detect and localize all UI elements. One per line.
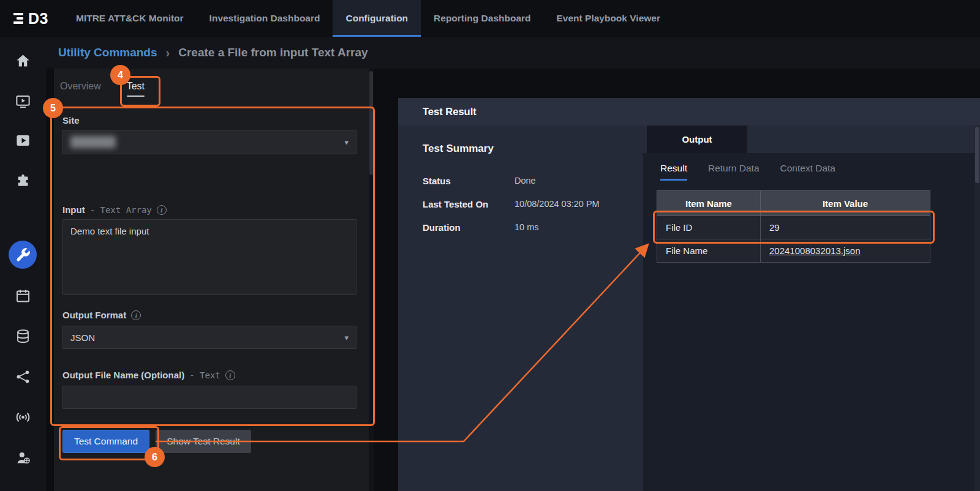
d3-logo-icon bbox=[13, 13, 23, 24]
sidebar-item-remote-user[interactable] bbox=[13, 448, 32, 467]
output-subtabs: Result Return Data Context Data bbox=[643, 153, 980, 181]
sidebar-item-broadcast[interactable] bbox=[13, 408, 32, 426]
annotation-step-5: 5 bbox=[43, 98, 63, 118]
sidebar-item-connections[interactable] bbox=[13, 367, 32, 386]
wrench-icon bbox=[15, 247, 31, 263]
subtab-context-data[interactable]: Context Data bbox=[780, 163, 835, 181]
nav-item-mitre-attack-monitor[interactable]: MITRE ATT&CK Monitor bbox=[63, 0, 197, 37]
duration-value: 10 ms bbox=[514, 222, 539, 233]
nav-item-configuration[interactable]: Configuration bbox=[333, 0, 421, 37]
chevron-down-icon bbox=[344, 138, 349, 147]
nav-item-investigation-dashboard[interactable]: Investigation Dashboard bbox=[197, 0, 333, 37]
subtab-result[interactable]: Result bbox=[660, 163, 687, 181]
sidebar-item-data[interactable] bbox=[13, 327, 32, 345]
output-tab-strip: Output bbox=[643, 126, 980, 153]
top-nav: D3 MITRE ATT&CK Monitor Investigation Da… bbox=[0, 0, 980, 37]
cell-file-name-value: 20241008032013.json bbox=[761, 239, 930, 263]
site-field-label: Site bbox=[62, 115, 80, 126]
test-summary-section: Test Summary Status Done Last Tested On … bbox=[398, 126, 643, 491]
result-table: Item Name Item Value File ID 29 File Nam… bbox=[657, 190, 930, 263]
app-root: D3 MITRE ATT&CK Monitor Investigation Da… bbox=[0, 0, 980, 491]
output-file-name-input[interactable] bbox=[62, 386, 356, 409]
chevron-down-icon bbox=[344, 333, 349, 342]
sidebar-item-home[interactable] bbox=[13, 51, 32, 70]
output-format-value: JSON bbox=[70, 332, 95, 343]
video-play-icon bbox=[15, 132, 31, 149]
file-name-link[interactable]: 20241008032013.json bbox=[769, 246, 860, 256]
output-format-label: Output Format bbox=[62, 310, 141, 320]
d3-logo[interactable]: D3 bbox=[0, 0, 63, 37]
site-value-redacted bbox=[70, 136, 116, 148]
icon-sidebar bbox=[0, 37, 46, 491]
breadcrumb-current-page: Create a File from input Text Array bbox=[178, 46, 368, 59]
breadcrumb: Utility Commands › Create a File from in… bbox=[0, 37, 980, 69]
annotation-step-6: 6 bbox=[145, 447, 165, 467]
d3-logo-text: D3 bbox=[28, 10, 48, 28]
command-form-tabs: Overview Test bbox=[59, 78, 146, 97]
broadcast-icon bbox=[15, 409, 31, 425]
sidebar-item-monitor[interactable] bbox=[13, 92, 32, 110]
sidebar-item-video[interactable] bbox=[13, 131, 32, 149]
breadcrumb-utility-commands[interactable]: Utility Commands bbox=[58, 46, 157, 59]
table-row-file-name: File Name 20241008032013.json bbox=[657, 239, 930, 263]
output-file-name-label: Output File Name (Optional) - Text bbox=[62, 370, 235, 380]
show-test-result-button[interactable]: Show Test Result bbox=[156, 430, 251, 453]
test-result-header: Test Result bbox=[398, 98, 980, 126]
nav-item-reporting-dashboard[interactable]: Reporting Dashboard bbox=[421, 0, 543, 37]
table-row-file-id: File ID 29 bbox=[657, 216, 930, 239]
header-item-value: Item Value bbox=[761, 191, 930, 216]
input-field-label: Input - Text Array bbox=[62, 204, 167, 215]
site-select[interactable] bbox=[62, 130, 356, 154]
sidebar-item-schedule[interactable] bbox=[13, 287, 32, 305]
output-format-select[interactable]: JSON bbox=[62, 326, 356, 349]
input-type-hint: - Text Array bbox=[90, 205, 152, 215]
summary-row-last-tested: Last Tested On 10/08/2024 03:20 PM bbox=[423, 199, 643, 209]
test-summary-title: Test Summary bbox=[423, 143, 643, 155]
cell-file-name-name: File Name bbox=[657, 239, 761, 263]
command-form-panel: Overview Test Site Input - Text Array De… bbox=[54, 69, 374, 491]
output-file-name-type-hint: - Text bbox=[189, 370, 221, 380]
puzzle-icon bbox=[15, 173, 31, 189]
header-item-name: Item Name bbox=[657, 191, 761, 216]
share-nodes-icon bbox=[15, 369, 31, 385]
breadcrumb-separator-icon: › bbox=[166, 46, 170, 60]
annotation-step-4: 4 bbox=[110, 65, 130, 85]
test-result-title: Test Result bbox=[423, 106, 477, 118]
tab-output[interactable]: Output bbox=[647, 126, 747, 153]
tab-test[interactable]: Test bbox=[126, 78, 146, 97]
subtab-return-data[interactable]: Return Data bbox=[708, 163, 760, 181]
output-format-info-icon[interactable] bbox=[131, 310, 141, 320]
summary-row-status: Status Done bbox=[423, 176, 643, 186]
status-value: Done bbox=[514, 176, 536, 186]
test-command-button[interactable]: Test Command bbox=[62, 430, 149, 453]
input-textarea[interactable]: Demo text file input bbox=[62, 219, 356, 295]
database-icon bbox=[15, 328, 31, 345]
tab-overview[interactable]: Overview bbox=[59, 78, 102, 97]
result-table-header-row: Item Name Item Value bbox=[657, 191, 930, 216]
form-panel-scrollbar[interactable] bbox=[369, 69, 374, 491]
home-icon bbox=[15, 53, 31, 69]
last-tested-value: 10/08/2024 03:20 PM bbox=[514, 199, 600, 209]
test-result-panel: Test Result Test Summary Status Done Las… bbox=[398, 98, 980, 491]
output-file-name-info-icon[interactable] bbox=[225, 370, 235, 380]
cell-file-id-value: 29 bbox=[761, 216, 930, 239]
calendar-icon bbox=[15, 288, 31, 304]
output-scrollbar[interactable] bbox=[974, 126, 980, 491]
summary-row-duration: Duration 10 ms bbox=[423, 222, 643, 233]
input-info-icon[interactable] bbox=[157, 205, 167, 215]
sidebar-item-integrations[interactable] bbox=[13, 171, 32, 190]
nav-item-event-playbook-viewer[interactable]: Event Playbook Viewer bbox=[544, 0, 673, 37]
cell-file-id-name: File ID bbox=[657, 216, 761, 239]
sidebar-item-utility-commands[interactable] bbox=[9, 241, 37, 269]
test-output-section: Output Result Return Data Context Data I… bbox=[643, 126, 980, 491]
monitor-play-icon bbox=[15, 93, 31, 110]
user-globe-icon bbox=[15, 449, 31, 466]
